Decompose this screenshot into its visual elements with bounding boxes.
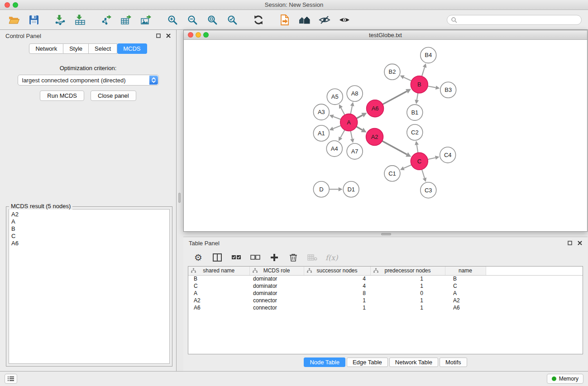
table-cell[interactable]: A — [188, 290, 249, 297]
close-panel-button[interactable] — [166, 33, 171, 38]
graph-node-C4[interactable]: C4 — [440, 147, 456, 163]
memory-button[interactable]: Memory — [547, 374, 583, 384]
zoom-in-button[interactable] — [165, 13, 180, 27]
toggle-details-button[interactable] — [317, 13, 332, 27]
import-network-button[interactable] — [53, 13, 68, 27]
close-mcds-panel-button[interactable]: Close panel — [91, 91, 136, 101]
run-mcds-button[interactable]: Run MCDS — [40, 91, 84, 101]
network-zoom-button[interactable] — [203, 32, 209, 38]
network-minimize-button[interactable] — [196, 32, 201, 38]
add-column-button[interactable] — [268, 251, 280, 264]
table-row[interactable]: Cdominator41C — [188, 282, 583, 290]
graph-node-A[interactable]: A — [340, 114, 358, 131]
zoom-out-button[interactable] — [185, 13, 200, 27]
graph-edge-C-C1[interactable] — [404, 165, 411, 168]
network-file-button[interactable] — [277, 13, 292, 27]
graph-node-B2[interactable]: B2 — [384, 64, 400, 80]
tab-network[interactable]: Network — [29, 43, 63, 54]
zoom-selected-button[interactable] — [225, 13, 240, 27]
column-header-name[interactable]: name — [445, 267, 486, 275]
table-row[interactable]: A2connector11A2 — [188, 297, 583, 304]
graph-edge-A-A8[interactable] — [350, 106, 352, 114]
column-header-mcds-role[interactable]: MCDS role — [249, 267, 304, 275]
graph-node-A1[interactable]: A1 — [313, 125, 329, 141]
graph-edge-A-A7[interactable] — [350, 131, 352, 139]
graph-edge-A-A4[interactable] — [340, 130, 344, 138]
graph-node-B1[interactable]: B1 — [407, 105, 423, 120]
table-cell[interactable]: A2 — [445, 297, 486, 304]
column-header-predecessor-nodes[interactable]: predecessor nodes — [370, 267, 445, 275]
export-network-button[interactable] — [99, 13, 114, 27]
table-row[interactable]: Bdominator41B — [188, 275, 583, 282]
result-item[interactable]: A2 — [11, 211, 167, 218]
graph-node-A5[interactable]: A5 — [327, 89, 343, 105]
save-session-button[interactable] — [26, 13, 42, 27]
graph-node-D[interactable]: D — [313, 181, 329, 197]
table-cell[interactable]: dominator — [249, 282, 304, 290]
graph-edge-A-A1[interactable] — [333, 126, 341, 129]
close-window-button[interactable] — [5, 2, 10, 8]
table-row[interactable]: A6connector11A6 — [188, 304, 583, 311]
graph-node-A2[interactable]: A2 — [366, 129, 383, 146]
vertical-scrollbar-thumb[interactable] — [178, 193, 181, 203]
table-cell[interactable]: B — [445, 275, 486, 282]
graph-edge-C-C2[interactable] — [417, 145, 418, 153]
graph-node-A6[interactable]: A6 — [367, 100, 384, 117]
graph-edge-C-C3[interactable] — [422, 169, 425, 178]
table-cell[interactable]: A6 — [188, 304, 249, 311]
export-table-button[interactable] — [119, 13, 134, 27]
graph-edge-A6-B[interactable] — [382, 91, 406, 105]
search-box[interactable] — [447, 15, 582, 25]
tab-motifs[interactable]: Motifs — [440, 357, 467, 367]
export-image-button[interactable] — [139, 13, 154, 27]
column-selector-button[interactable] — [211, 251, 223, 264]
table-cell[interactable]: A2 — [188, 297, 249, 304]
result-item[interactable]: A6 — [11, 240, 167, 247]
graph-node-C3[interactable]: C3 — [421, 182, 436, 198]
tab-node-table[interactable]: Node Table — [304, 357, 345, 367]
graph-edge-A-A6[interactable] — [356, 115, 362, 118]
zoom-fit-button[interactable] — [205, 13, 220, 27]
table-cell[interactable]: A — [445, 290, 486, 297]
graph-edge-B-B2[interactable] — [404, 77, 411, 81]
graph-edge-B-B4[interactable] — [422, 67, 425, 76]
table-cell[interactable]: 8 — [304, 290, 370, 297]
tab-edge-table[interactable]: Edge Table — [347, 357, 388, 367]
column-header-shared-name[interactable]: shared name — [188, 267, 249, 275]
apply-layout-button[interactable] — [251, 13, 266, 27]
function-builder-button[interactable]: f(x) — [325, 251, 338, 264]
mcds-result-list[interactable]: A2ABCA6 — [9, 209, 170, 364]
graph-edge-A2-C[interactable] — [382, 141, 407, 155]
table-row[interactable]: Adominator80A — [188, 290, 583, 297]
optimization-criterion-select[interactable]: largest connected component (directed) — [18, 75, 159, 86]
tab-style[interactable]: Style — [63, 43, 89, 54]
zoom-window-button[interactable] — [13, 2, 18, 8]
graph-node-A8[interactable]: A8 — [347, 86, 363, 101]
table-cell[interactable]: C — [188, 282, 249, 290]
result-item[interactable]: B — [11, 225, 167, 233]
graph-node-C2[interactable]: C2 — [407, 124, 423, 140]
table-settings-button[interactable]: ⚙ — [192, 251, 204, 264]
table-cell[interactable]: connector — [249, 304, 304, 311]
import-table-button[interactable] — [72, 13, 88, 27]
table-cell[interactable]: dominator — [249, 275, 304, 282]
select-all-button[interactable] — [230, 251, 242, 264]
delete-table-button[interactable] — [306, 251, 318, 264]
open-session-button[interactable] — [6, 13, 22, 27]
tab-network-table[interactable]: Network Table — [389, 357, 438, 367]
table-cell[interactable]: C — [445, 282, 486, 290]
network-close-button[interactable] — [188, 32, 193, 38]
deselect-all-button[interactable] — [249, 251, 261, 264]
table-cell[interactable]: 4 — [304, 282, 370, 290]
result-item[interactable]: C — [11, 233, 167, 240]
home-button[interactable] — [297, 13, 312, 27]
graph-edge-A-A2[interactable] — [356, 127, 362, 130]
show-hide-button[interactable] — [337, 13, 352, 27]
table-cell[interactable]: 1 — [370, 297, 445, 304]
graph-node-A3[interactable]: A3 — [313, 104, 329, 120]
horizontal-scrollbar-thumb[interactable] — [381, 233, 391, 235]
network-canvas[interactable]: B4B2BB3A8A5A6B1A3AC2A1A2A4A7C4CC1C3DD1 — [184, 40, 587, 231]
graph-edge-C-C4[interactable] — [428, 157, 435, 159]
graph-node-B[interactable]: B — [411, 76, 428, 93]
graph-edge-A-A5[interactable] — [341, 108, 345, 115]
